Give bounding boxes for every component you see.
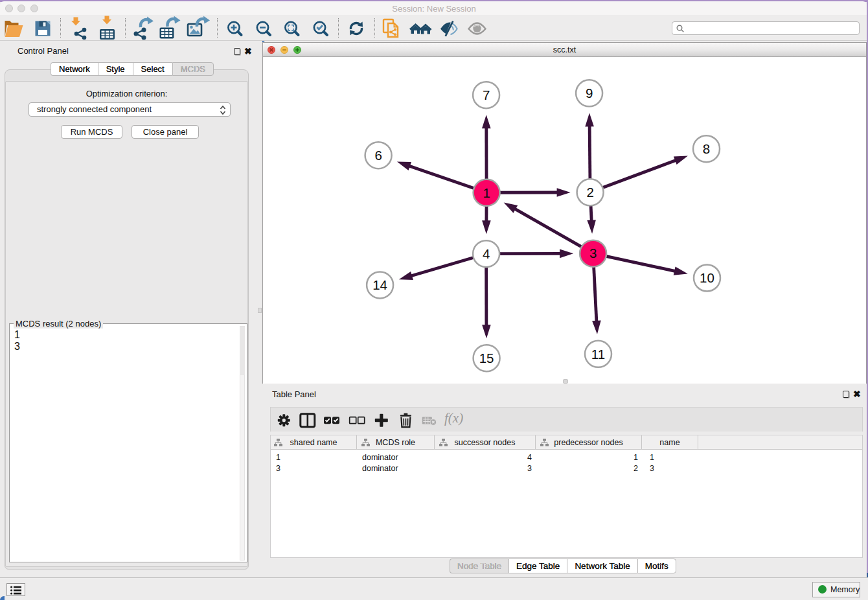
svg-text:2: 2 bbox=[586, 185, 593, 200]
svg-text:6: 6 bbox=[374, 148, 382, 163]
svg-text:10: 10 bbox=[700, 270, 714, 285]
svg-text:14: 14 bbox=[372, 277, 387, 292]
svg-text:8: 8 bbox=[703, 141, 710, 156]
svg-text:9: 9 bbox=[586, 86, 593, 100]
svg-text:7: 7 bbox=[483, 87, 490, 102]
svg-text:11: 11 bbox=[591, 347, 605, 362]
svg-text:3: 3 bbox=[589, 246, 597, 261]
svg-text:1: 1 bbox=[483, 185, 490, 200]
svg-text:15: 15 bbox=[479, 351, 494, 365]
svg-text:4: 4 bbox=[483, 246, 490, 261]
